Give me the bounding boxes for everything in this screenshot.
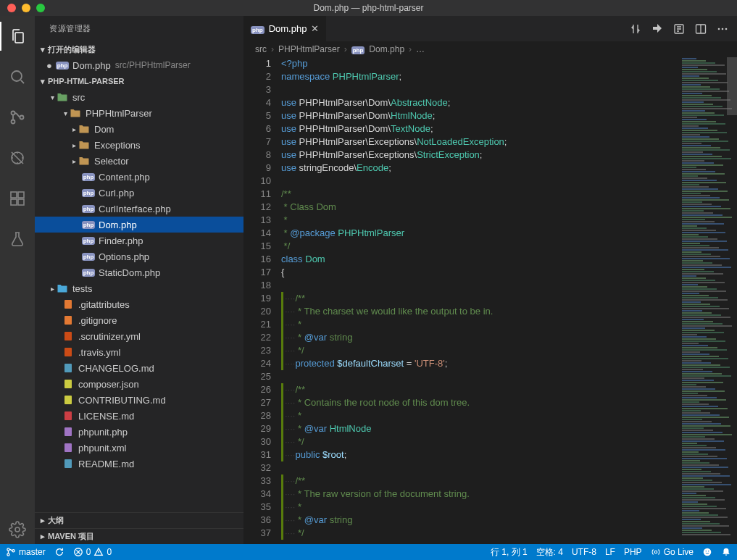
php-file-icon: php — [57, 59, 68, 71]
svg-rect-16 — [64, 396, 72, 404]
svg-rect-18 — [64, 427, 72, 436]
file-icon: php — [83, 235, 94, 246]
file-StaticDom-php[interactable]: php StaticDom.php — [35, 264, 243, 280]
folder-tests[interactable]: ▸ tests — [35, 280, 243, 296]
close-tab-icon[interactable]: ✕ — [311, 23, 319, 34]
file--travis-yml[interactable]: .travis.yml — [35, 344, 243, 360]
tab-dom-php[interactable]: php Dom.php ✕ — [243, 16, 327, 41]
file-icon: php — [83, 219, 94, 230]
workspace-section[interactable]: ▾ PHP-HTML-PARSER — [35, 73, 243, 89]
file-icon — [62, 410, 74, 422]
file-icon — [62, 378, 74, 390]
eol[interactable]: LF — [605, 547, 615, 557]
settings-gear-icon[interactable] — [0, 515, 35, 544]
error-count: 0 — [86, 547, 91, 557]
breadcrumb-item[interactable]: PHPHtmlParser — [278, 44, 340, 54]
file-composer-json[interactable]: composer.json — [35, 376, 243, 392]
chevron-right-icon: ▸ — [70, 125, 78, 133]
explorer-icon[interactable] — [0, 22, 35, 51]
file-LICENSE-md[interactable]: LICENSE.md — [35, 408, 243, 424]
tree-item-label: phpunit.php — [78, 427, 128, 438]
search-icon[interactable] — [0, 62, 35, 91]
file-phpunit-php[interactable]: phpunit.php — [35, 424, 243, 440]
file-CONTRIBUTING-md[interactable]: CONTRIBUTING.md — [35, 392, 243, 408]
svg-point-3 — [20, 116, 24, 120]
extensions-icon[interactable] — [0, 184, 35, 213]
tabs-row: php Dom.php ✕ — [243, 16, 737, 41]
notifications-icon[interactable] — [721, 547, 731, 557]
outline-section[interactable]: ▸ 大纲 — [35, 512, 243, 528]
chevron-down-icon: ▾ — [48, 93, 57, 101]
indentation[interactable]: 空格: 4 — [536, 546, 563, 559]
open-preview-icon[interactable] — [673, 23, 685, 35]
svg-point-2 — [12, 120, 15, 124]
code-content[interactable]: <?phpnamespace PHPHtmlParser;use PHPHtml… — [281, 57, 737, 544]
breadcrumbs[interactable]: src› PHPHtmlParser› php Dom.php› … — [243, 41, 737, 57]
folder-selector[interactable]: ▸ Selector — [35, 153, 243, 169]
file-README-md[interactable]: README.md — [35, 456, 243, 472]
file-Curl-php[interactable]: php Curl.php — [35, 185, 243, 201]
svg-rect-14 — [64, 364, 72, 372]
file--gitignore[interactable]: .gitignore — [35, 312, 243, 328]
cursor-position[interactable]: 行 1, 列 1 — [491, 546, 528, 559]
file-CHANGELOG-md[interactable]: CHANGELOG.md — [35, 360, 243, 376]
file-icon — [57, 283, 68, 294]
svg-rect-11 — [64, 316, 72, 325]
dirty-indicator-icon: ● — [46, 60, 57, 71]
file-CurlInterface-php[interactable]: php CurlInterface.php — [35, 201, 243, 217]
outline-label: 大纲 — [48, 515, 64, 526]
tree-item-label: StaticDom.php — [99, 267, 160, 278]
feedback-icon[interactable] — [702, 547, 712, 557]
file-icon: php — [83, 203, 94, 214]
file--scrutinizer-yml[interactable]: .scrutinizer.yml — [35, 328, 243, 344]
encoding[interactable]: UTF-8 — [572, 547, 596, 557]
svg-rect-19 — [64, 443, 72, 452]
debug-icon[interactable] — [0, 143, 35, 172]
svg-point-30 — [654, 551, 657, 553]
file-icon — [70, 107, 81, 119]
maven-section[interactable]: ▸ MAVEN 项目 — [35, 528, 243, 544]
chevron-down-icon: ▾ — [38, 77, 48, 86]
tree-item-label: Finder.php — [99, 235, 143, 246]
vertical-scrollbar[interactable] — [727, 57, 737, 544]
file-phpunit-xml[interactable]: phpunit.xml — [35, 440, 243, 456]
chevron-right-icon: ▸ — [38, 532, 48, 541]
file-Content-php[interactable]: php Content.php — [35, 169, 243, 185]
tree-item-label: CurlInterface.php — [99, 204, 171, 214]
file--gitattributes[interactable]: .gitattributes — [35, 296, 243, 312]
problems-button[interactable]: 0 0 — [73, 547, 112, 557]
code-editor[interactable]: 1234567891011121314151617181920212223242… — [243, 57, 737, 544]
scroll-thumb[interactable] — [727, 57, 737, 115]
open-editor-filename: Dom.php — [72, 60, 111, 71]
tree-item-label: .scrutinizer.yml — [78, 331, 141, 342]
open-changes-icon[interactable] — [651, 23, 663, 35]
folder-phphtmlparser[interactable]: ▾ PHPHtmlParser — [35, 105, 243, 121]
file-Options-php[interactable]: php Options.php — [35, 248, 243, 264]
source-control-icon[interactable] — [0, 103, 35, 132]
open-editors-label: 打开的编辑器 — [48, 44, 96, 55]
compare-changes-icon[interactable] — [630, 23, 641, 35]
tree-item-label: Dom.php — [99, 220, 137, 230]
language-mode[interactable]: PHP — [624, 547, 642, 557]
folder-exceptions[interactable]: ▸ Exceptions — [35, 137, 243, 153]
svg-rect-20 — [64, 459, 72, 468]
git-branch[interactable]: master — [6, 547, 46, 557]
sync-button[interactable] — [54, 547, 64, 557]
tree-item-label: tests — [72, 283, 92, 294]
breadcrumb-item[interactable]: src — [255, 44, 267, 54]
file-Finder-php[interactable]: php Finder.php — [35, 233, 243, 248]
svg-point-32 — [706, 551, 707, 551]
go-live-button[interactable]: Go Live — [651, 547, 694, 557]
maven-label: MAVEN 项目 — [48, 531, 94, 542]
folder-src[interactable]: ▾ src — [35, 89, 243, 105]
more-actions-icon[interactable] — [717, 23, 728, 35]
breadcrumb-item[interactable]: Dom.php — [369, 44, 404, 54]
test-icon[interactable] — [0, 225, 35, 254]
folder-dom[interactable]: ▸ Dom — [35, 121, 243, 137]
chevron-right-icon: ▸ — [70, 157, 78, 165]
file-Dom-php[interactable]: php Dom.php — [35, 217, 243, 233]
breadcrumb-item[interactable]: … — [416, 44, 425, 54]
open-editor-item[interactable]: ● php Dom.php src/PHPHtmlParser — [35, 57, 243, 73]
open-editors-section[interactable]: ▾ 打开的编辑器 — [35, 41, 243, 57]
split-editor-icon[interactable] — [695, 23, 707, 35]
